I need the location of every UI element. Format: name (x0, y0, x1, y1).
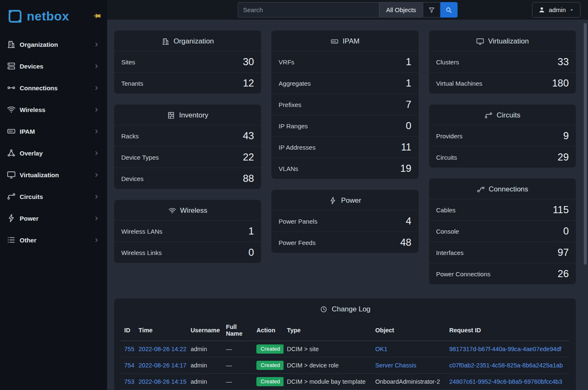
sidebar-item-label: Overlay (20, 150, 43, 157)
list-icon (7, 235, 16, 245)
search-button[interactable] (440, 2, 458, 18)
sidebar-item-wireless[interactable]: Wireless (0, 99, 107, 120)
card-wireless: Wireless Wireless LANs 1 Wireless Links … (114, 200, 261, 263)
changelog-object-link[interactable]: OK1 (375, 346, 387, 352)
stat-link-devices[interactable]: Devices (121, 175, 143, 182)
server-icon (7, 61, 16, 71)
stat-link-ip-addresses[interactable]: IP Addresses (279, 144, 315, 151)
stat-row: Wireless Links 0 (114, 242, 261, 263)
sidebar-item-virtualization[interactable]: Virtualization (0, 164, 107, 186)
user-label: admin (549, 6, 566, 13)
netbox-logo-icon (7, 8, 23, 25)
card-header: Circuits (429, 105, 576, 125)
card-ipam: IPAM VRFs 1 Aggregates 1 Prefixes 7 IP R… (271, 31, 418, 179)
chevron-right-icon (93, 215, 100, 222)
sidebar-item-ipam[interactable]: IPAM (0, 120, 107, 142)
stat-link-device-types[interactable]: Device Types (121, 154, 159, 161)
stat-row: Circuits 29 (429, 146, 576, 168)
stat-link-power-panels[interactable]: Power Panels (279, 218, 317, 225)
changelog-time-link[interactable]: 2022-08-26 14:17 (138, 362, 187, 369)
stat-link-virtual-machines[interactable]: Virtual Machines (436, 80, 483, 87)
table-row: 755 2022-08-26 14:22 admin — Created DCI… (121, 341, 569, 357)
sidebar-item-connections[interactable]: Connections (0, 77, 107, 99)
object-type-dropdown[interactable]: All Objects (379, 2, 423, 18)
filter-button[interactable] (423, 2, 440, 18)
stat-link-vrfs[interactable]: VRFs (279, 59, 294, 66)
sidebar-item-devices[interactable]: Devices (0, 55, 107, 77)
stat-link-power-connections[interactable]: Power Connections (436, 270, 491, 278)
stat-value: 1 (406, 77, 411, 89)
stat-link-vlans[interactable]: VLANs (279, 165, 298, 172)
stat-link-ip-ranges[interactable]: IP Ranges (279, 122, 308, 130)
stat-row: Power Feeds 48 (271, 232, 418, 253)
card-header: Virtualization (429, 31, 576, 51)
stat-link-clusters[interactable]: Clusters (436, 59, 459, 66)
changelog-id-link[interactable]: 754 (124, 362, 134, 369)
stat-link-console[interactable]: Console (436, 228, 459, 235)
stat-value: 180 (552, 77, 569, 89)
stat-row: Virtual Machines 180 (429, 72, 576, 94)
stat-row: Clusters 33 (429, 51, 576, 72)
stat-link-interfaces[interactable]: Interfaces (436, 249, 464, 256)
stat-link-wireless-lans[interactable]: Wireless LANs (121, 228, 162, 235)
changelog-request-id-link[interactable]: 24807c61-9952-49c6-b8a5-69760bfcc4b3 (449, 378, 562, 385)
table-row: 754 2022-08-26 14:17 admin — Created DCI… (121, 357, 569, 374)
topbar: All Objects admin (107, 0, 588, 20)
stat-row: Console 0 (429, 220, 576, 242)
search-input[interactable] (238, 2, 379, 18)
brand-row: netbox (0, 0, 107, 33)
changelog-id-link[interactable]: 755 (124, 346, 134, 352)
stat-row: Aggregates 1 (271, 72, 418, 94)
stat-value: 0 (563, 225, 569, 237)
changelog-time-link[interactable]: 2022-08-26 14:15 (138, 378, 187, 385)
sidebar-nav: Organization Devices Connections Wireles… (0, 33, 107, 251)
brand-name: netbox (27, 9, 69, 23)
stat-link-racks[interactable]: Racks (121, 133, 139, 140)
stat-value: 88 (243, 172, 254, 185)
stat-link-cables[interactable]: Cables (436, 206, 456, 214)
card-change-log: Change Log ID Time Username Full Name Ac… (114, 298, 576, 390)
chevron-right-icon (93, 107, 100, 113)
card-connections: Connections Cables 115 Console 0 Interfa… (429, 178, 576, 284)
changelog-time-link[interactable]: 2022-08-26 14:22 (138, 346, 187, 352)
column-header-type: Type (284, 320, 372, 341)
stat-link-prefixes[interactable]: Prefixes (279, 101, 301, 108)
changelog-request-id-link[interactable]: c07f0ab2-2351-4c58-825a-8b6a2425a1ab (449, 362, 563, 369)
pin-sidebar-icon[interactable] (93, 12, 101, 20)
stat-link-circuits[interactable]: Circuits (436, 154, 457, 161)
stat-row: Devices 88 (114, 168, 261, 189)
sidebar-item-overlay[interactable]: Overlay (0, 142, 107, 164)
changelog-id-link[interactable]: 753 (124, 378, 134, 385)
stat-link-power-feeds[interactable]: Power Feeds (279, 239, 315, 246)
user-menu-button[interactable]: admin (532, 2, 580, 18)
card-inventory: Inventory Racks 43 Device Types 22 Devic… (114, 105, 261, 189)
action-created-badge: Created (256, 361, 284, 370)
sidebar-item-circuits[interactable]: Circuits (0, 186, 107, 207)
changelog-object: OnboardAdministrator-2 (375, 378, 440, 385)
stat-row: IP Ranges 0 (271, 115, 418, 136)
sidebar-item-organization[interactable]: Organization (0, 33, 107, 55)
stat-link-sites[interactable]: Sites (121, 59, 135, 66)
stat-row: Cables 115 (429, 199, 576, 220)
stat-link-wireless-links[interactable]: Wireless Links (121, 249, 162, 256)
stat-value: 12 (243, 77, 254, 89)
stat-link-tenants[interactable]: Tenants (121, 80, 143, 87)
column-header-time: Time (135, 320, 187, 341)
card-title: Connections (489, 185, 529, 194)
stat-value: 43 (243, 130, 254, 142)
office-building-icon (7, 40, 16, 49)
changelog-object-link[interactable]: Server Chassis (375, 362, 416, 369)
stat-link-providers[interactable]: Providers (436, 133, 463, 140)
stat-row: Sites 30 (114, 51, 261, 72)
changelog-request-id-link[interactable]: 9817317d-b67f-440a-99ca-4ae07ede94df (449, 346, 561, 352)
stat-link-aggregates[interactable]: Aggregates (279, 80, 311, 87)
vertical-scrollbar[interactable] (584, 23, 587, 265)
sidebar-item-label: Devices (20, 63, 43, 70)
column-header-full-name: Full Name (222, 320, 253, 341)
netbox-logo[interactable]: netbox (7, 8, 69, 25)
chevron-right-icon (93, 85, 100, 91)
sidebar-item-power[interactable]: Power (0, 207, 107, 229)
chevron-right-icon (93, 150, 100, 156)
sidebar-item-other[interactable]: Other (0, 229, 107, 251)
stat-row: Providers 9 (429, 125, 576, 146)
